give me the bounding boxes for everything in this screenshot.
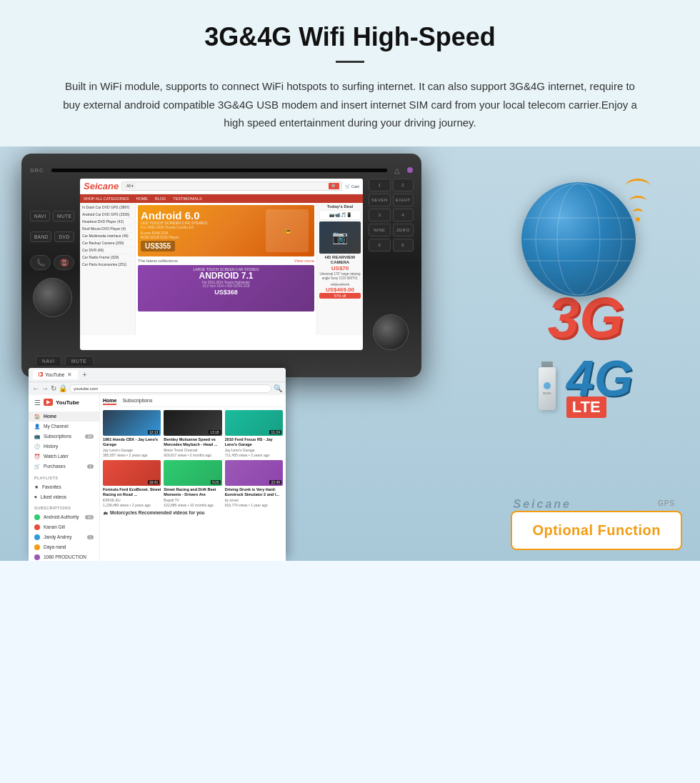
seicane-search-button[interactable]: 🔍 <box>329 183 339 189</box>
yt-search-icon[interactable]: 🔍 <box>274 384 282 392</box>
yt-history-icon: 🕐 <box>34 444 40 449</box>
sidebar-item-7[interactable]: Car DVR (40) <box>82 247 133 254</box>
lte-badge: LTE <box>566 397 606 418</box>
btn-5[interactable]: 5 <box>369 239 391 251</box>
seicane-search-category[interactable]: All ▾ <box>124 183 136 189</box>
yt-meta-3: Jay Leno's Garage <box>225 448 283 452</box>
yt-nav-purchases[interactable]: 🛒 Purchases 1 <box>29 462 99 472</box>
sidebar-item-2[interactable]: Android Car DVD GPS (2526) <box>82 211 133 219</box>
right-knob[interactable] <box>373 314 409 350</box>
sub-badge-1: 20 <box>85 515 94 519</box>
yt-refresh-button[interactable]: ↻ <box>51 384 56 392</box>
btn-zero[interactable]: ZERO <box>393 224 414 236</box>
sidebar-item-8[interactable]: Car Radio Frame (329) <box>82 254 133 261</box>
usb-led <box>544 382 551 389</box>
new-tab-icon[interactable]: + <box>83 371 87 379</box>
yt-sub-daya[interactable]: Daya nand <box>29 542 99 552</box>
yt-tab-home[interactable]: Home <box>103 398 116 405</box>
seicane-nav-home[interactable]: HOME <box>132 194 151 203</box>
left-knob[interactable] <box>33 278 72 317</box>
yt-nav-mychannel[interactable]: 👤 My Channel <box>29 422 99 432</box>
yt-tab-subscriptions[interactable]: Subscriptions <box>122 398 152 405</box>
yt-nav-favorites[interactable]: ★ Favorites <box>29 482 99 492</box>
yt-video-4[interactable]: 16:41 Formula Ford EcoBoost. Street Raci… <box>103 460 161 507</box>
number-grid: 1 2 SEVEN EIGHT 3 4 NINE ZERO 5 6 <box>369 179 413 251</box>
deal-camera-specs: Universal 170° large viewing angle Sony … <box>319 272 361 281</box>
btn-4[interactable]: 4 <box>393 209 414 221</box>
yt-video-2[interactable]: 13:18 Bentley Mulsanne Speed vs Mercedes… <box>164 410 221 457</box>
dvd-button[interactable]: DVD <box>54 231 74 242</box>
product-android71: LARGE TOUCH SCREEN CAR STEREO ANDROID 7.… <box>138 265 314 311</box>
sub-avatar-3 <box>34 534 40 540</box>
description-text: Built in WiFi module, supports to connec… <box>57 77 643 132</box>
yt-sub-kanan[interactable]: Kanan Gill <box>29 522 99 532</box>
seicane-cart-icon[interactable]: 🛒 Cart <box>345 184 359 189</box>
title-divider <box>336 61 364 63</box>
sidebar-item-5[interactable]: Car Multimedia Interface (49) <box>82 233 133 240</box>
mute-button[interactable]: MUTE <box>53 211 74 221</box>
gps-label: GPS <box>658 499 675 507</box>
yt-video-6[interactable]: 22:49 Driving Drunk is Very Hard: Eurotr… <box>225 460 283 507</box>
band-button[interactable]: BAND <box>30 231 51 242</box>
bottom-mute-label: MUTE <box>65 356 94 366</box>
btn-nine[interactable]: NINE <box>369 224 391 236</box>
yt-video-3[interactable]: 11:24 2010 Ford Focus RS - Jay Leno's Ga… <box>225 410 283 457</box>
yt-nav-history[interactable]: 🕐 History <box>29 442 99 452</box>
yt-meta-1: Jay Leno's Garage <box>103 448 161 452</box>
yt-content: ☰ ▶ YouTube 🏠 Home 👤 My Channel <box>29 395 286 561</box>
yt-views-5: 102,985 views • 10 months ago <box>164 503 221 507</box>
btn-1[interactable]: 1 <box>369 179 391 191</box>
end-call-button[interactable]: 📵 <box>54 255 74 270</box>
yt-nav-home[interactable]: 🏠 Home <box>29 412 99 422</box>
sidebar-item-1[interactable]: In Dash Car DVD GPS (3897) <box>82 204 133 211</box>
banner-model: For 2000-2006 Toyota Corolla EX <box>141 225 266 229</box>
yt-sub-1080[interactable]: 1080 PRODUCTION <box>29 552 99 561</box>
yt-nav-liked[interactable]: ♥ Liked videos <box>29 492 99 502</box>
seicane-search-bar[interactable]: All ▾ 🔍 <box>121 181 342 191</box>
yt-sub-jandy[interactable]: Jandy Andrey 1 <box>29 532 99 542</box>
btn-2[interactable]: 2 <box>393 179 414 191</box>
btn-6[interactable]: 6 <box>393 239 414 251</box>
yt-favorites-label: Favorites <box>42 484 61 489</box>
seicane-nav-blog[interactable]: BLOG <box>151 194 169 203</box>
eject-icon[interactable]: △ <box>394 166 400 174</box>
yt-nav-subscriptions[interactable]: 📺 Subscriptions 28 <box>29 432 99 442</box>
banner-price: US$355 <box>141 241 175 251</box>
yt-hamburger-icon[interactable]: ☰ <box>34 399 41 407</box>
yt-url-bar[interactable]: youtube.com <box>69 384 271 393</box>
tab-close-icon[interactable]: ✕ <box>67 371 72 378</box>
sidebar-item-3[interactable]: Headrest DVD Player (42) <box>82 219 133 226</box>
yt-forward-button[interactable]: → <box>41 384 49 392</box>
page-title: 3G&4G Wifi High-Speed <box>43 21 657 52</box>
yt-tab[interactable]: YouTube ✕ <box>33 370 78 379</box>
bottom-visual: SRC △ NAVI MUTE BAND DVD <box>0 146 700 561</box>
wifi-arc-outer <box>626 179 650 194</box>
sidebar-item-9[interactable]: Car Parts Accessories (251) <box>82 261 133 268</box>
seicane-sidebar: In Dash Car DVD GPS (3897) Android Car D… <box>80 203 136 335</box>
wifi-arcs <box>626 179 650 221</box>
seicane-nav-testimonials[interactable]: TESTIMONIALS <box>169 194 205 203</box>
btn-seven[interactable]: SEVEN <box>369 194 391 206</box>
answer-call-button[interactable]: 📞 <box>30 255 51 270</box>
yt-views-2: 929,917 views • 2 months ago <box>164 453 221 457</box>
sub-label-1: Android Authority <box>44 514 79 519</box>
yt-subs-icon: 📺 <box>34 434 40 439</box>
yt-nav-watchlater[interactable]: ⏰ Watch Later <box>29 452 99 462</box>
yt-sub-android[interactable]: Android Authority 20 <box>29 512 99 522</box>
seicane-nav-shop[interactable]: SHOP ALL CATEGORIES <box>80 194 132 203</box>
btn-eight[interactable]: EIGHT <box>393 194 414 206</box>
yt-logo-area: ☰ ▶ YouTube <box>29 395 99 410</box>
sidebar-item-6[interactable]: Car Backup Camera (280) <box>82 240 133 247</box>
yt-video-1[interactable]: 12:13 1981 Honda CBX - Jay Leno's Garage… <box>103 410 161 457</box>
yt-back-button[interactable]: ← <box>32 384 39 392</box>
yt-duration-3: 11:24 <box>269 430 281 434</box>
navi-button[interactable]: NAVI <box>30 211 50 221</box>
view-more-link[interactable]: View more <box>294 259 314 263</box>
btn-3[interactable]: 3 <box>369 209 391 221</box>
yt-playlists: ★ Favorites ♥ Liked videos <box>29 481 99 503</box>
globe-wifi-group <box>514 168 657 296</box>
sidebar-item-4[interactable]: Roof Mount DVD Player (4) <box>82 226 133 233</box>
yt-video-5[interactable]: 9:20 Street Racing and Drift Best Moment… <box>164 460 221 507</box>
deal-sale-price: US$469.00 <box>319 286 361 293</box>
globe-lines-svg <box>521 182 636 296</box>
